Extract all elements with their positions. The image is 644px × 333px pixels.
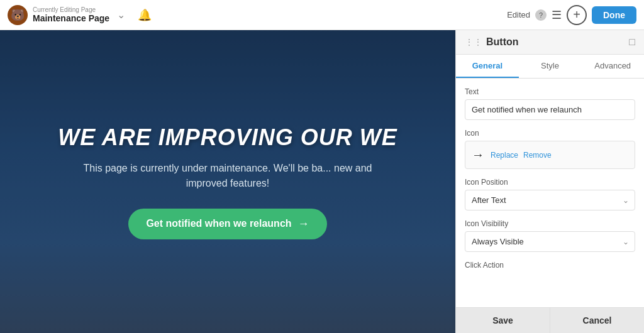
page-heading: We Are Improving Our We xyxy=(58,124,397,151)
icon-actions: Replace Remove xyxy=(491,151,552,160)
click-action-label: Click Action xyxy=(465,261,635,270)
collapse-icon[interactable]: □ xyxy=(629,36,635,48)
page-content: We Are Improving Our We This page is cur… xyxy=(0,30,455,333)
topbar-left: 🐻 Currently Editing Page Maintenance Pag… xyxy=(8,5,507,25)
arrow-icon: → xyxy=(472,148,484,162)
tab-general[interactable]: General xyxy=(456,55,519,78)
icon-visibility-label: Icon Visibility xyxy=(465,219,635,228)
help-icon[interactable]: ? xyxy=(535,9,547,21)
icon-visibility-wrapper: Always Visible Hover Only Never ⌄ xyxy=(465,231,635,252)
drag-handle-icon[interactable]: ⋮⋮ xyxy=(465,37,482,47)
bear-logo-icon: 🐻 xyxy=(8,5,28,25)
page-cta-arrow-icon: → xyxy=(298,217,309,231)
side-panel: ⋮⋮ Button □ General Style Advanced Text … xyxy=(455,30,644,333)
cancel-button[interactable]: Cancel xyxy=(550,308,644,333)
topbar: 🐻 Currently Editing Page Maintenance Pag… xyxy=(0,0,644,30)
page-subtext: This page is currently under maintenance… xyxy=(77,161,379,191)
tab-style[interactable]: Style xyxy=(519,55,582,78)
save-button[interactable]: Save xyxy=(456,308,550,333)
panel-footer: Save Cancel xyxy=(456,307,644,333)
icon-section: Icon → Replace Remove xyxy=(465,129,635,169)
icon-field-label: Icon xyxy=(465,129,635,138)
add-button[interactable]: + xyxy=(567,5,587,25)
chevron-down-icon[interactable]: ⌄ xyxy=(117,9,125,21)
panel-title: Button xyxy=(486,36,629,48)
icon-position-wrapper: Before Text After Text ⌄ xyxy=(465,190,635,210)
list-icon[interactable]: ☰ xyxy=(552,8,562,22)
topbar-subtitle: Currently Editing Page xyxy=(33,6,109,13)
icon-preview: → Replace Remove xyxy=(465,141,635,169)
panel-body: Text Icon → Replace Remove Icon Position… xyxy=(456,79,644,307)
main-area: We Are Improving Our We This page is cur… xyxy=(0,30,644,333)
done-button[interactable]: Done xyxy=(592,6,636,24)
text-field-label: Text xyxy=(465,87,635,96)
icon-visibility-select[interactable]: Always Visible Hover Only Never xyxy=(465,231,635,252)
page-cta-button[interactable]: Get notified when we relaunch → xyxy=(128,209,326,239)
tab-advanced[interactable]: Advanced xyxy=(581,55,644,78)
edited-status: Edited xyxy=(507,10,530,19)
bell-icon[interactable]: 🔔 xyxy=(138,8,152,22)
topbar-title: Maintenance Page xyxy=(33,13,109,23)
replace-icon-button[interactable]: Replace xyxy=(491,151,518,160)
panel-header: ⋮⋮ Button □ xyxy=(456,30,644,55)
topbar-page-info: Currently Editing Page Maintenance Page xyxy=(33,6,109,23)
page-background: We Are Improving Our We This page is cur… xyxy=(0,30,455,333)
icon-position-label: Icon Position xyxy=(465,178,635,187)
panel-tabs: General Style Advanced xyxy=(456,55,644,79)
remove-icon-button[interactable]: Remove xyxy=(523,151,552,160)
page-cta-label: Get notified when we relaunch xyxy=(146,218,291,229)
text-input[interactable] xyxy=(465,99,635,120)
icon-position-select[interactable]: Before Text After Text xyxy=(465,190,635,210)
topbar-right: Edited ? ☰ + Done xyxy=(507,5,636,25)
